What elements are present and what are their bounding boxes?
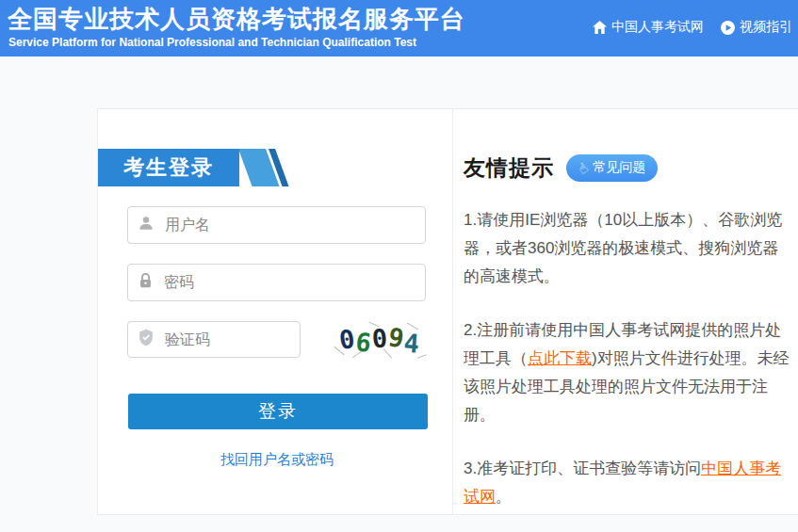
header-link-cpta-site[interactable]: 中国人事考试网	[593, 19, 704, 36]
banner-title: 考生登录	[98, 153, 214, 182]
captcha-digit: 0	[338, 325, 357, 352]
banner-ribbon: 考生登录	[98, 149, 239, 186]
captcha-image[interactable]: 06094	[327, 318, 432, 360]
forgot-row: 找回用户名或密码	[98, 451, 456, 469]
faq-button-label: 常见问题	[593, 159, 645, 176]
login-panel: 考生登录	[98, 109, 453, 514]
page-title: 全国专业技术人员资格考试报名服务平台	[8, 3, 465, 36]
captcha-digit: 6	[354, 329, 372, 356]
captcha-input[interactable]	[163, 330, 290, 349]
user-icon	[138, 215, 155, 235]
username-input[interactable]	[163, 216, 415, 234]
faq-button[interactable]: ☝ 常见问题	[566, 154, 658, 182]
header-link-label: 中国人事考试网	[611, 19, 704, 36]
password-field[interactable]	[127, 264, 426, 301]
captcha-field[interactable]	[127, 321, 301, 358]
password-input[interactable]	[162, 273, 415, 292]
username-field[interactable]	[127, 206, 426, 244]
tip-link[interactable]: 中国人事考试网	[464, 459, 781, 506]
play-icon	[721, 21, 735, 35]
tip-paragraph: 2.注册前请使用中国人事考试网提供的照片处理工具（点此下载)对照片文件进行处理。…	[464, 316, 790, 429]
captcha-digit: 0	[371, 325, 388, 351]
tip-paragraph: 3.准考证打印、证书查验等请访问中国人事考试网。	[464, 455, 790, 511]
header: 全国专业技术人员资格考试报名服务平台 Service Platform for …	[0, 0, 798, 56]
forgot-credentials-link[interactable]: 找回用户名或密码	[220, 451, 334, 467]
tips-panel: 友情提示 ☝ 常见问题 1.请使用IE浏览器（10以上版本）、谷歌浏览器，或者3…	[453, 109, 798, 514]
lock-icon	[138, 272, 154, 293]
pointing-hand-icon: ☝	[575, 159, 590, 175]
tips-title: 友情提示	[464, 153, 554, 183]
tip-paragraph: 1.请使用IE浏览器（10以上版本）、谷歌浏览器，或者360浏览器的极速模式、搜…	[464, 206, 790, 291]
tip-link[interactable]: 点此下载	[528, 349, 592, 367]
header-link-video-guide[interactable]: 视频指引	[721, 19, 792, 36]
captcha-digit: 4	[403, 330, 420, 356]
shield-check-icon	[138, 329, 155, 350]
home-icon	[593, 21, 607, 34]
main-card: 考生登录	[97, 108, 798, 515]
header-links: 中国人事考试网 视频指引	[593, 19, 792, 36]
header-link-label: 视频指引	[740, 19, 792, 36]
candidate-login-banner: 考生登录	[98, 149, 286, 186]
tips-list: 1.请使用IE浏览器（10以上版本）、谷歌浏览器，或者360浏览器的极速模式、搜…	[464, 206, 790, 532]
login-button[interactable]: 登录	[128, 394, 428, 429]
tips-header: 友情提示 ☝ 常见问题	[464, 153, 796, 183]
page-subtitle: Service Platform for National Profession…	[8, 36, 416, 49]
